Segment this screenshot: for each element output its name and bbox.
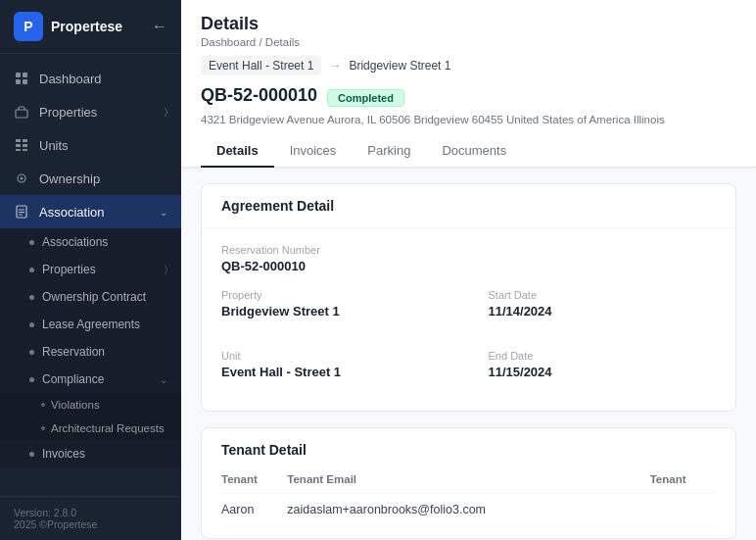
table-row: Aaron zaidaslam+aaronbrooks@folio3.com xyxy=(221,494,716,526)
sidebar-item-properties-sub[interactable]: Properties 〉 xyxy=(0,256,181,283)
sidebar-item-association[interactable]: Association ⌄ xyxy=(0,195,181,228)
bullet-icon xyxy=(41,426,45,430)
breadcrumb: Dashboard / Details xyxy=(201,36,736,48)
reservation-number-field: Reservation Number QB-52-000010 xyxy=(221,244,716,273)
bullet-icon xyxy=(29,268,34,272)
svg-rect-3 xyxy=(23,79,27,84)
chevron-right-icon: 〉 xyxy=(165,264,167,275)
sidebar-item-lease-agreements[interactable]: Lease Agreements xyxy=(0,311,181,338)
tenant-table-wrap: Tenant Tenant Email Tenant Aaron zaidasl… xyxy=(202,458,735,538)
sidebar-item-architectural-requests[interactable]: Architectural Requests xyxy=(0,417,181,440)
sidebar-version: Version: 2.8.0 2025 ©Propertese xyxy=(0,496,181,540)
sidebar-item-reservation[interactable]: Reservation xyxy=(0,338,181,366)
property-label: Property xyxy=(221,289,449,301)
agreement-detail-card: Agreement Detail Reservation Number QB-5… xyxy=(201,183,736,412)
sidebar-logo: P Propertese ← xyxy=(0,0,181,54)
sidebar-item-invoices-sub[interactable]: Invoices xyxy=(0,440,181,467)
svg-rect-5 xyxy=(16,139,21,142)
sidebar-item-label: Properties xyxy=(39,105,97,120)
bullet-icon xyxy=(29,377,34,382)
sidebar-item-label: Units xyxy=(39,138,69,153)
reservation-number-value: QB-52-000010 xyxy=(221,259,716,273)
sidebar-item-label: Association xyxy=(39,205,104,220)
sidebar-item-compliance[interactable]: Compliance ⌄ xyxy=(0,366,181,393)
unit-property-row: Event Hall - Street 1 → Bridgeview Stree… xyxy=(201,56,736,75)
arrow-separator: → xyxy=(329,59,341,73)
unit-name: Event Hall - Street 1 xyxy=(201,56,321,75)
back-button[interactable]: ← xyxy=(152,18,167,35)
sidebar-sub-item-label: Compliance xyxy=(42,372,104,386)
bullet-icon xyxy=(29,322,34,327)
sidebar-sub-sub-item-label: Architectural Requests xyxy=(51,422,165,434)
fields-grid: Property Bridgeview Street 1 Start Date … xyxy=(221,289,716,395)
bullet-icon xyxy=(29,240,34,245)
col-header-email: Tenant Email xyxy=(287,466,649,494)
tenant-table: Tenant Tenant Email Tenant Aaron zaidasl… xyxy=(221,466,716,526)
bullet-icon xyxy=(29,452,34,457)
status-badge: Completed xyxy=(327,89,404,107)
tenant-email: zaidaslam+aaronbrooks@folio3.com xyxy=(287,494,649,526)
sidebar-sub-item-label: Invoices xyxy=(42,447,85,461)
properties-icon xyxy=(14,104,29,120)
bullet-icon xyxy=(29,295,34,300)
sidebar-item-ownership-contract[interactable]: Ownership Contract xyxy=(0,283,181,311)
unit-label: Unit xyxy=(221,350,449,362)
property-value: Bridgeview Street 1 xyxy=(221,304,449,319)
sidebar-sub-sub-item-label: Violations xyxy=(51,399,100,411)
svg-rect-10 xyxy=(23,149,27,151)
start-date-label: Start Date xyxy=(489,289,717,301)
logo-text: Propertese xyxy=(51,19,122,34)
sidebar-item-label: Ownership xyxy=(39,172,100,186)
logo-icon: P xyxy=(14,12,43,41)
property-field: Property Bridgeview Street 1 xyxy=(221,289,449,319)
agreement-detail-body: Reservation Number QB-52-000010 Property… xyxy=(202,228,735,411)
unit-field: Unit Event Hall - Street 1 xyxy=(221,350,449,379)
start-date-value: 11/14/2024 xyxy=(489,304,717,319)
svg-rect-4 xyxy=(16,110,27,118)
svg-rect-9 xyxy=(16,149,21,151)
chevron-down-icon: ⌄ xyxy=(160,207,167,218)
tab-documents[interactable]: Documents xyxy=(426,135,522,168)
tab-invoices[interactable]: Invoices xyxy=(274,135,353,168)
sidebar-item-associations[interactable]: Associations xyxy=(0,228,181,256)
svg-rect-2 xyxy=(16,79,21,84)
chevron-down-icon: ⌄ xyxy=(160,374,167,385)
property-name: Bridgeview Street 1 xyxy=(349,59,450,73)
col-header-tenant: Tenant xyxy=(221,466,287,494)
tenant-name: Aaron xyxy=(221,494,287,526)
sidebar-item-properties[interactable]: Properties 〉 xyxy=(0,95,181,128)
content-area: Agreement Detail Reservation Number QB-5… xyxy=(181,168,756,540)
svg-rect-1 xyxy=(23,73,27,77)
sidebar-item-ownership[interactable]: Ownership xyxy=(0,162,181,195)
end-date-value: 11/15/2024 xyxy=(489,365,717,379)
end-date-field: End Date 11/15/2024 xyxy=(489,350,717,379)
address-text: 4321 Bridgeview Avenue Aurora, IL 60506 … xyxy=(201,114,736,125)
svg-rect-8 xyxy=(23,144,27,147)
tab-parking[interactable]: Parking xyxy=(352,135,426,168)
bullet-icon xyxy=(41,403,45,407)
tab-details[interactable]: Details xyxy=(201,135,274,168)
sidebar-sub-item-label: Properties xyxy=(42,263,96,276)
tenant-extra xyxy=(650,494,716,526)
dashboard-icon xyxy=(14,71,29,86)
end-date-label: End Date xyxy=(489,350,717,362)
sidebar-item-violations[interactable]: Violations xyxy=(0,393,181,417)
start-date-field: Start Date 11/14/2024 xyxy=(489,289,717,319)
svg-point-12 xyxy=(21,177,24,180)
svg-rect-0 xyxy=(16,73,21,77)
sidebar-item-label: Dashboard xyxy=(39,72,102,86)
unit-value: Event Hall - Street 1 xyxy=(221,365,449,379)
sidebar-item-dashboard[interactable]: Dashboard xyxy=(0,62,181,95)
units-icon xyxy=(14,137,29,153)
association-icon xyxy=(14,204,29,220)
svg-rect-6 xyxy=(23,139,27,142)
sidebar-item-units[interactable]: Units xyxy=(0,128,181,162)
ownership-icon xyxy=(14,171,29,186)
association-sub-nav: Associations Properties 〉 Ownership Cont… xyxy=(0,228,181,467)
breadcrumb-home[interactable]: Dashboard xyxy=(201,36,256,48)
detail-tabs: Details Invoices Parking Documents xyxy=(201,135,736,167)
sidebar-nav: Dashboard Properties 〉 xyxy=(0,54,181,496)
reservation-number-label: Reservation Number xyxy=(221,244,716,256)
sidebar-sub-item-label: Associations xyxy=(42,235,108,249)
sidebar-sub-item-label: Ownership Contract xyxy=(42,290,146,304)
